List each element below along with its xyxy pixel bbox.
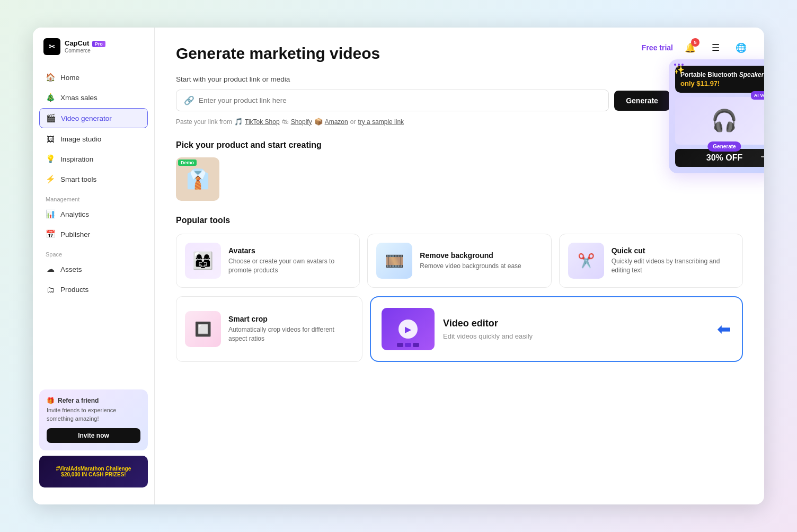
tiktok-icon: 🎵: [234, 118, 243, 126]
sidebar-item-xmas-sales[interactable]: 🎄 Xmas sales: [39, 88, 148, 107]
quick-cut-thumb: ✂️: [568, 243, 604, 279]
tool-card-avatars[interactable]: 👩‍👩‍👧 Avatars Choose or create your own …: [176, 234, 360, 288]
sidebar-item-video-generator[interactable]: 🎬 Video generator: [39, 108, 148, 128]
sidebar-item-publisher-label: Publisher: [60, 230, 90, 238]
image-studio-icon: 🖼: [46, 134, 55, 144]
video-editor-thumb: ▶: [382, 308, 435, 350]
link-icon: 🔗: [184, 95, 194, 105]
smart-crop-desc: Automatically crop videos for different …: [228, 325, 353, 343]
sidebar-item-smart-tools-label: Smart tools: [60, 175, 96, 183]
smart-tools-icon: ⚡: [46, 174, 55, 184]
avatars-desc: Choose or create your own avatars to pro…: [228, 257, 351, 275]
product-input-container: 🔗: [176, 90, 609, 111]
generate-badge: Generate: [707, 141, 741, 152]
logo-text: CapCut Pro Commerce: [65, 40, 105, 53]
ai-voice-badge: AI Vocie ▓▓▓: [751, 91, 764, 100]
smart-crop-icon: 🔲: [194, 321, 211, 338]
notification-bell[interactable]: 🔔 5: [681, 39, 698, 56]
quick-cut-info: Quick cut Quickly edit videos by transcr…: [612, 246, 734, 275]
sidebar-item-xmas-label: Xmas sales: [60, 94, 98, 102]
home-icon: 🏠: [46, 73, 55, 82]
promo-price: only $11.97!: [680, 79, 764, 87]
popular-tools-title: Popular tools: [176, 216, 743, 225]
start-section-label: Start with your product link or media: [176, 75, 743, 83]
logo-sub-text: Commerce: [65, 48, 105, 54]
product-input-row: 🔗 Generate or Add media: [176, 90, 743, 111]
assets-icon: ☁: [46, 264, 55, 274]
tools-grid-row2: 🔲 Smart crop Automatically crop videos f…: [176, 296, 743, 362]
quick-cut-name: Quick cut: [612, 246, 734, 255]
logo-area: ✂ CapCut Pro Commerce: [33, 38, 154, 68]
sidebar-item-inspiration-label: Inspiration: [60, 155, 93, 163]
product-link-input[interactable]: [199, 96, 601, 104]
remove-bg-info: Remove background Remove video backgroun…: [420, 251, 542, 271]
refer-desc: Invite friends to experience something a…: [47, 406, 140, 423]
avatars-thumb: 👩‍👩‍👧: [185, 243, 221, 279]
sidebar-item-analytics-label: Analytics: [60, 210, 89, 218]
quick-cut-desc: Quickly edit videos by transcribing and …: [612, 257, 734, 275]
remove-bg-thumb: 🎞️: [376, 243, 412, 279]
smart-crop-thumb: 🔲: [185, 311, 221, 347]
xmas-icon: 🎄: [46, 93, 55, 102]
avatars-thumb-icon: 👩‍👩‍👧: [192, 251, 214, 271]
refer-card: 🎁 Refer a friend Invite friends to exper…: [39, 389, 148, 450]
sidebar-item-analytics[interactable]: 📊 Analytics: [39, 205, 148, 224]
notification-badge: 5: [691, 38, 699, 47]
cursor-arrow-icon: ⬅: [717, 319, 731, 339]
discount-bar: Generate 30% OFF: [675, 149, 764, 167]
tool-card-remove-bg[interactable]: 🎞️ Remove background Remove video backgr…: [367, 234, 551, 288]
logo-main-text: CapCut Pro: [65, 40, 105, 47]
remove-bg-name: Remove background: [420, 251, 542, 260]
film-strip: [382, 343, 435, 347]
products-icon: 🗂: [46, 285, 55, 294]
management-section-label: Management: [39, 190, 148, 205]
smart-crop-name: Smart crop: [228, 315, 353, 323]
sidebar: ✂ CapCut Pro Commerce 🏠 Home 🎄 Xmas sale…: [33, 28, 155, 504]
tool-card-smart-crop[interactable]: 🔲 Smart crop Automatically crop videos f…: [176, 296, 362, 362]
tool-card-quick-cut[interactable]: ✂️ Quick cut Quickly edit videos by tran…: [559, 234, 743, 288]
tiktok-shop-link[interactable]: TikTok Shop: [245, 118, 280, 126]
sidebar-item-products[interactable]: 🗂 Products: [39, 280, 148, 299]
top-header: Free trial 🔔 5 ☰ 🌐: [627, 28, 764, 68]
video-editor-desc: Edit videos quickly and easily: [443, 332, 714, 340]
amazon-icon: 📦: [314, 118, 323, 126]
sidebar-item-products-label: Products: [60, 286, 88, 294]
smart-crop-info: Smart crop Automatically crop videos for…: [228, 315, 353, 343]
sidebar-item-home-label: Home: [60, 74, 79, 82]
avatars-info: Avatars Choose or create your own avatar…: [228, 246, 351, 275]
promo-ad-card: Portable Bluetooth Speaker only $11.97!: [675, 66, 764, 93]
generate-button[interactable]: Generate: [614, 91, 670, 111]
sidebar-item-inspiration[interactable]: 💡 Inspiration: [39, 149, 148, 169]
shopify-link[interactable]: Shopify: [291, 118, 312, 126]
tool-card-video-editor[interactable]: ▶ Video editor Edit videos quickly and e…: [370, 296, 743, 362]
sidebar-item-assets[interactable]: ☁ Assets: [39, 260, 148, 279]
main-content: Free trial 🔔 5 ☰ 🌐 Generate marketing vi…: [155, 28, 764, 504]
sidebar-item-home[interactable]: 🏠 Home: [39, 68, 148, 87]
sidebar-item-publisher[interactable]: 📅 Publisher: [39, 225, 148, 244]
promo-panel: ✨ Portable Bluetooth Speaker only $11.97…: [669, 59, 764, 173]
promo-card: #ViralAdsMarathon Challenge $20,000 IN C…: [39, 456, 148, 487]
sample-link[interactable]: try a sample link: [358, 118, 404, 126]
remove-bg-desc: Remove video backgrounds at ease: [420, 262, 542, 271]
progress-bar: [761, 156, 764, 157]
pro-badge: Pro: [92, 41, 105, 47]
invite-now-button[interactable]: Invite now: [47, 428, 140, 443]
video-generator-icon: 🎬: [46, 113, 56, 123]
logo-icon: ✂: [43, 38, 60, 55]
free-trial-button[interactable]: Free trial: [642, 43, 673, 52]
promo-visual: ✨ Portable Bluetooth Speaker only $11.97…: [669, 59, 764, 173]
sidebar-item-image-studio[interactable]: 🖼 Image studio: [39, 129, 148, 148]
demo-badge: Demo: [178, 159, 197, 166]
sidebar-item-smart-tools[interactable]: ⚡ Smart tools: [39, 170, 148, 189]
avatars-name: Avatars: [228, 246, 351, 255]
space-section-label: Space: [39, 245, 148, 260]
sidebar-bottom: 🎁 Refer a friend Invite friends to exper…: [33, 383, 154, 494]
product-thumbnail[interactable]: Demo 👔: [176, 157, 219, 201]
amazon-link[interactable]: Amazon: [325, 118, 348, 126]
inspiration-icon: 💡: [46, 154, 55, 164]
play-button-icon: ▶: [398, 320, 418, 339]
shirt-icon: 👔: [186, 168, 210, 190]
sidebar-navigation: 🏠 Home 🎄 Xmas sales 🎬 Video generator 🖼 …: [33, 68, 154, 383]
menu-icon[interactable]: ☰: [707, 39, 724, 56]
language-icon[interactable]: 🌐: [732, 39, 749, 56]
